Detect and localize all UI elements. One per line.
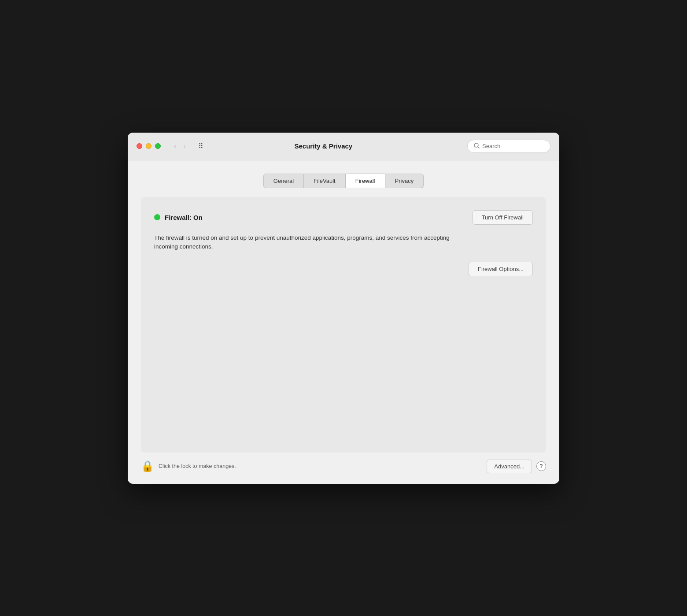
back-button[interactable]: ‹	[171, 142, 179, 151]
firewall-panel: Firewall: On Turn Off Firewall The firew…	[141, 197, 546, 453]
svg-line-1	[478, 147, 479, 148]
nav-buttons: ‹ ›	[171, 142, 188, 151]
firewall-options-button[interactable]: Firewall Options...	[469, 262, 533, 276]
tab-firewall[interactable]: Firewall	[346, 174, 385, 188]
maximize-button[interactable]	[155, 143, 161, 149]
bottom-right: Advanced... ?	[487, 460, 546, 473]
close-button[interactable]	[137, 143, 142, 149]
tab-privacy[interactable]: Privacy	[385, 174, 424, 188]
bottom-bar: 🔒 Click the lock to make changes. Advanc…	[141, 453, 546, 475]
turn-off-firewall-button[interactable]: Turn Off Firewall	[473, 210, 533, 225]
lock-section[interactable]: 🔒 Click the lock to make changes.	[141, 461, 236, 471]
search-icon	[474, 143, 480, 150]
advanced-button[interactable]: Advanced...	[487, 460, 532, 473]
firewall-status-row: Firewall: On Turn Off Firewall	[154, 210, 533, 225]
tabs-container: General FileVault Firewall Privacy	[141, 174, 546, 188]
minimize-button[interactable]	[146, 143, 151, 149]
tab-filevault[interactable]: FileVault	[304, 174, 346, 188]
title-bar: ‹ › ⠿ Security & Privacy	[128, 133, 559, 160]
firewall-status-label: Firewall: On	[165, 214, 203, 221]
lock-text: Click the lock to make changes.	[159, 463, 236, 469]
tab-general[interactable]: General	[263, 174, 304, 188]
main-content: General FileVault Firewall Privacy Firew…	[128, 160, 559, 484]
help-button[interactable]: ?	[536, 461, 546, 471]
window-title: Security & Privacy	[187, 142, 460, 150]
firewall-status-left: Firewall: On	[154, 214, 203, 221]
status-dot-green	[154, 214, 160, 220]
window: ‹ › ⠿ Security & Privacy General FileVau…	[128, 133, 559, 484]
search-box[interactable]	[467, 140, 550, 153]
traffic-lights	[137, 143, 161, 149]
firewall-description: The firewall is turned on and set up to …	[154, 234, 471, 252]
options-row: Firewall Options...	[154, 262, 533, 276]
lock-icon[interactable]: 🔒	[141, 461, 154, 471]
search-input[interactable]	[482, 143, 544, 149]
